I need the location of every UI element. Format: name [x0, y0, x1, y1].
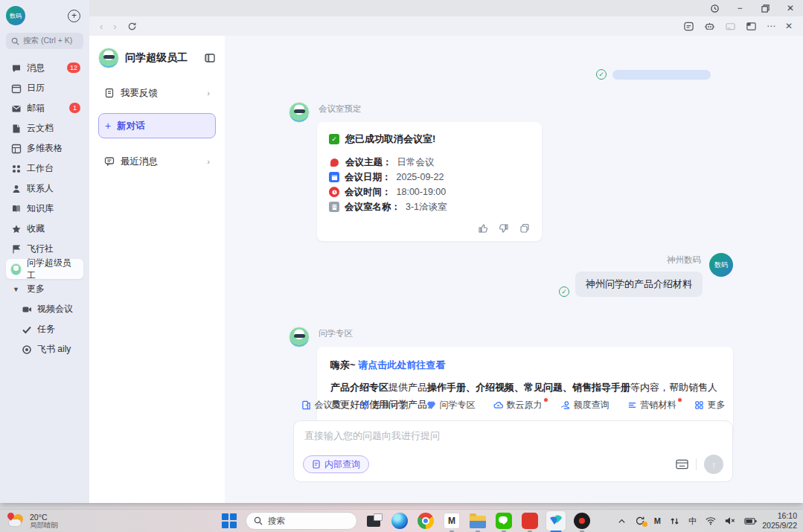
check-icon [21, 324, 32, 335]
send-button[interactable]: ↑ [704, 455, 723, 474]
feedback-item[interactable]: 我要反馈 › [98, 80, 216, 106]
bot-settings-icon[interactable] [704, 21, 715, 32]
tab-more[interactable]: 更多 [694, 399, 726, 411]
internal-query-tag[interactable]: 内部查询 [303, 455, 369, 473]
feedback-label: 我要反馈 [121, 87, 158, 100]
sidebar-item-workbench[interactable]: 工作台 [6, 158, 83, 179]
message-card-icon[interactable] [683, 21, 694, 32]
volume-muted-icon[interactable] [725, 516, 735, 525]
sidebar-item-favorites[interactable]: 收藏 [6, 219, 83, 239]
sidebar-item-mail[interactable]: 邮箱 1 [6, 98, 83, 118]
bot-avatar[interactable] [289, 102, 310, 123]
tab-marketing[interactable]: 营销材料 [627, 399, 676, 411]
m-app[interactable]: M [442, 511, 461, 531]
tab-shuyun[interactable]: 数云原力 [493, 399, 543, 411]
tray-expand-icon[interactable] [618, 517, 626, 525]
recent-messages-item[interactable]: 最近消息 › [98, 149, 216, 174]
sidebar-item-video-meeting[interactable]: 视频会议 [16, 299, 83, 319]
app-window: 数码 + 搜索 (Ctrl + K) 消息 12 日历 邮箱 1 [0, 0, 803, 503]
file-explorer-app[interactable] [468, 511, 487, 531]
bot-panel-header: 问学超级员工 [98, 48, 216, 68]
restore-button[interactable] [752, 0, 778, 16]
sidebar-item-calendar[interactable]: 日历 [6, 78, 83, 98]
sidebar-item-contacts[interactable]: 联系人 [6, 179, 83, 199]
sidebar-item-tasks[interactable]: 任务 [16, 319, 83, 339]
unread-badge: 1 [69, 103, 80, 113]
sidebar-item-label: 任务 [37, 323, 55, 336]
window-titlebar: − ✕ [89, 0, 803, 16]
sidebar-item-label: 更多 [27, 283, 45, 295]
close-button[interactable]: ✕ [778, 0, 803, 16]
message-input[interactable] [304, 430, 722, 441]
copy-icon[interactable] [519, 223, 530, 234]
new-chat-button[interactable]: + 新对话 [98, 113, 216, 138]
refresh-icon[interactable] [127, 22, 137, 31]
tab-quota-query[interactable]: 额度查询 [560, 399, 610, 411]
search-input[interactable]: 搜索 (Ctrl + K) [6, 33, 83, 49]
sender-name: 会议室预定 [319, 103, 733, 115]
tab-label: 更多 [708, 399, 726, 411]
sync-tray-icon[interactable] [635, 516, 645, 526]
user-message-bubble[interactable]: 神州问学的产品介绍材料 [575, 272, 703, 297]
doc-icon [312, 460, 321, 469]
aily-icon [21, 344, 32, 355]
sidebar-item-base[interactable]: 多维表格 [6, 138, 83, 158]
zone-bold-text: 操作手册、介绍视频、常见问题、销售指导手册 [427, 382, 630, 393]
avatar[interactable]: 数码 [6, 6, 25, 25]
user-avatar[interactable]: 数码 [709, 253, 733, 277]
collapse-panel-icon[interactable] [204, 52, 216, 64]
tab-label: 差旅计划 [373, 399, 409, 411]
bot-avatar[interactable] [289, 327, 310, 347]
wechat-app[interactable] [494, 511, 514, 531]
success-check-icon: ✓ [329, 134, 339, 144]
chrome-app[interactable] [416, 511, 435, 531]
taskbar-search[interactable]: 搜索 [246, 512, 357, 530]
start-button[interactable] [220, 511, 239, 531]
unread-badge: 12 [67, 63, 80, 73]
m-tray-icon[interactable]: M [654, 516, 661, 525]
zone-link[interactable]: 请点击此处前往查看 [358, 359, 445, 371]
feishu-app[interactable] [546, 511, 566, 531]
network-activity-icon[interactable] [670, 516, 679, 526]
add-icon[interactable]: + [68, 10, 80, 22]
sidebar-item-wenxue-bot[interactable]: 问学超级员工 [6, 259, 83, 279]
weather-widget[interactable]: 20°C 局部晴朗 [7, 513, 58, 530]
close-chat-icon[interactable]: ✕ [785, 21, 793, 31]
video-call-icon[interactable] [725, 21, 736, 32]
task-view-button[interactable] [364, 511, 383, 531]
feishu-icon [548, 513, 564, 529]
history-icon[interactable] [702, 0, 727, 16]
minimize-button[interactable]: − [727, 0, 752, 16]
sidebar-item-label: 问学超级员工 [27, 257, 79, 282]
sidebar-item-messages[interactable]: 消息 12 [6, 58, 83, 78]
tab-wenxue-zone[interactable]: 问学专区 [426, 399, 476, 411]
taskbar-clock[interactable]: 16:10 2025/9/22 [762, 511, 797, 531]
search-icon [254, 516, 263, 525]
sidebar-item-label: 日历 [27, 82, 45, 94]
sidebar-item-label: 联系人 [27, 182, 54, 195]
sidebar-item-aily[interactable]: 飞书 aily [16, 339, 83, 359]
sidebar-item-docs[interactable]: 云文档 [6, 118, 83, 138]
edge-app[interactable] [390, 511, 409, 531]
tab-travel-plan[interactable]: 差旅计划 [359, 399, 409, 411]
list-lines-icon [627, 400, 637, 410]
sidebar-item-more[interactable]: ▼ 更多 [6, 279, 83, 299]
forward-icon[interactable]: › [113, 21, 116, 32]
layout-panel-icon[interactable] [746, 21, 757, 32]
sidebar-item-label: 飞书 aily [37, 343, 71, 356]
tab-meeting-room[interactable]: 会议室 [301, 399, 342, 411]
wifi-icon[interactable] [706, 516, 716, 525]
table-grid-icon [10, 144, 22, 154]
back-icon[interactable]: ‹ [100, 21, 103, 32]
cat-app[interactable] [520, 511, 540, 531]
calendar-icon [329, 172, 339, 182]
chrome-icon [418, 513, 434, 529]
battery-icon[interactable] [744, 517, 757, 525]
thumbs-up-icon[interactable] [478, 223, 488, 234]
ime-indicator[interactable]: 中 [688, 516, 697, 527]
shortcut-panel-icon[interactable] [676, 459, 688, 469]
sidebar-item-knowledge[interactable]: 知识库 [6, 199, 83, 219]
thumbs-down-icon[interactable] [499, 223, 509, 234]
more-icon[interactable]: ⋯ [767, 21, 775, 31]
recorder-app[interactable] [572, 511, 592, 531]
